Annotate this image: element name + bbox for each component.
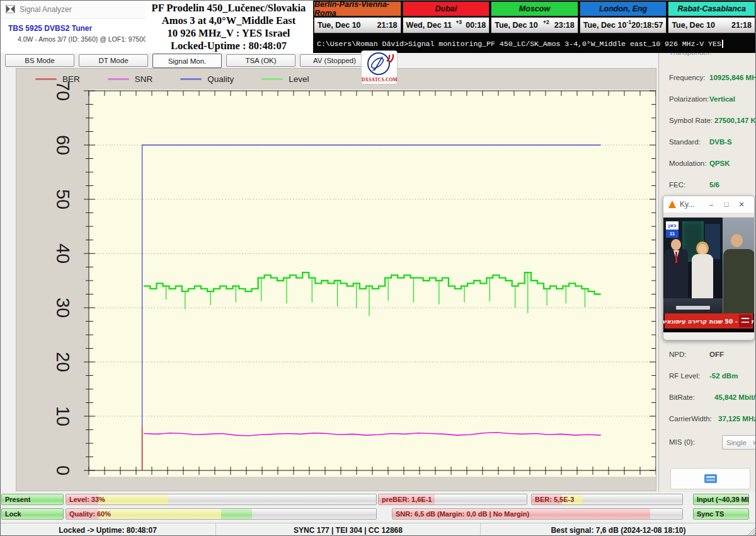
mis-dropdown[interactable]: Single ∨	[722, 435, 756, 450]
clock-city-label: Moscow	[491, 1, 578, 16]
clock-city-label: Dubai	[403, 1, 490, 16]
quality-line-swatch	[180, 78, 202, 80]
mode-tabbar: BS Mode DT Mode Signal Mon. TSA (OK) AV …	[0, 53, 658, 68]
svg-text:10: 10	[53, 406, 73, 426]
news-logo-badge	[739, 315, 752, 327]
clock-berlin: Berlin-Paris-Vienna-Roma Tue, Dec 1021:1…	[314, 1, 403, 34]
legend-item-level: Level	[261, 74, 309, 84]
clock-time: 21:18	[377, 21, 398, 30]
statusbar: Locked -> Uptime: 80:48:07 SYNC 177 | TE…	[0, 523, 756, 536]
symbolrate-label: Symbol Rate:	[669, 117, 713, 124]
freq-value: 10925,846 MHz	[709, 74, 756, 81]
meter-syncts: Sync TS	[693, 508, 749, 520]
rflevel-value: -52 dBm	[709, 372, 738, 380]
meter-present: Present	[1, 494, 64, 505]
panel-tool-button[interactable]	[670, 468, 750, 489]
clock-utc-offset: -1	[627, 19, 632, 25]
legend-item-ber: BER	[35, 74, 80, 84]
clock-city-label: Rabat-Casablanca	[668, 1, 755, 16]
meter-label: SNR: 6,5 dB (Margin: 0,0 dB | No Margin)	[396, 510, 529, 518]
tab-dt-mode[interactable]: DT Mode	[79, 54, 148, 67]
fec-label: FEC:	[669, 181, 685, 189]
header-line-1: PF Prodelin 450_Lučenec/Slovakia	[146, 2, 312, 15]
app-icon	[6, 5, 15, 13]
vlc-toolbar-gap	[663, 213, 754, 218]
vlc-video-area[interactable]: כאן 11 שלום קישל - 50 שנות קריירה עיתונא…	[663, 218, 754, 332]
polarization-label: Polarization:	[669, 95, 709, 103]
statusbar-best-signal: Best signal: 7,6 dB (2024-12-08 18:10)	[481, 523, 756, 536]
vlc-player-window: Ky... – □ ✕ כאן 11 שלום קישל - 50 שנות ק…	[663, 195, 755, 341]
clock-time: 21:18	[731, 21, 752, 30]
svg-text:50: 50	[53, 189, 73, 209]
ber-line-swatch	[35, 78, 57, 80]
clock-date: Tue, Dec 10	[318, 21, 361, 30]
meter-snr: SNR: 6,5 dB (Margin: 0,0 dB | No Margin)	[392, 508, 683, 520]
clock-city-label: Berlin-Paris-Vienna-Roma	[314, 1, 401, 16]
news-ticker-banner: שלום קישל - 50 שנות קריירה עיתונאית	[665, 313, 753, 329]
standard-label: Standard:	[669, 138, 701, 146]
fec-value: 5/6	[709, 181, 719, 189]
npd-value: OFF	[709, 351, 724, 358]
terminal-text: C:\Users\Roman Dávid>Signal monitoring_P…	[317, 40, 721, 48]
meter-lock: Lock	[1, 508, 64, 520]
maximize-button[interactable]: □	[719, 201, 734, 208]
legend-item-quality: Quality	[180, 74, 234, 84]
minimize-button[interactable]: –	[704, 201, 719, 208]
tab-bs-mode[interactable]: BS Mode	[5, 54, 74, 67]
monitoring-header: PF Prodelin 450_Lučenec/Slovakia Amos 3 …	[146, 1, 312, 52]
header-line-3: 10 926 MHz_V : YES Israel	[146, 27, 312, 40]
terminal-cursor	[722, 40, 723, 48]
meter-label: Quality: 60%	[69, 510, 111, 518]
meter-label: preBER: 1,6E-1	[382, 496, 432, 503]
polarization-value: Vertical	[709, 95, 735, 103]
signal-chart-panel: BER SNR Quality Level 010203040506070	[16, 68, 656, 491]
svg-text:20: 20	[53, 352, 73, 372]
channel-logo-number: 11	[666, 230, 679, 238]
guest-scene	[723, 218, 754, 313]
meter-label: Present	[5, 496, 30, 503]
clock-london: London, Eng Tue, Dec 10-120:18:57	[580, 1, 668, 34]
statusbar-uptime: Locked -> Uptime: 80:48:07	[0, 523, 216, 536]
chevron-down-icon: ∨	[752, 439, 756, 446]
svg-text:40: 40	[53, 243, 73, 264]
mis-label: MIS (0):	[669, 438, 695, 446]
freq-label: Frequency:	[669, 74, 706, 81]
video-letterbox	[663, 329, 754, 332]
meter-level: Level: 33%	[66, 494, 377, 505]
tuner-name: TBS 5925 DVBS2 Tuner	[8, 24, 92, 33]
dxsatcs-logo: DXSATCS.COM	[361, 50, 398, 84]
meter-preber: preBER: 1,6E-1	[378, 494, 527, 505]
world-clocks: Berlin-Paris-Vienna-Roma Tue, Dec 1021:1…	[314, 1, 755, 34]
snr-line-swatch	[108, 78, 129, 80]
clock-utc-offset: +3	[455, 19, 462, 25]
meter-label: BER: 5,5E-3	[535, 496, 574, 503]
meter-label: Lock	[5, 510, 21, 518]
terminal-command-line[interactable]: C:\Users\Roman Dávid>Signal monitoring_P…	[317, 35, 754, 52]
close-button[interactable]: ✕	[734, 201, 749, 209]
npd-label: NPD:	[669, 351, 686, 358]
header-line-4: Locked-Uptime : 80:48:07	[146, 40, 312, 52]
header-line-2: Amos 3 at 4,0°W_Middle East	[146, 15, 312, 27]
tab-av[interactable]: AV (Stopped)	[300, 54, 369, 67]
svg-text:0: 0	[53, 465, 73, 475]
clock-rabat: Rabat-Casablanca Tue, Dec 1021:18	[668, 1, 755, 34]
carrierwidth-value: 37,125 MHz	[718, 415, 756, 422]
rflevel-label: RF Level:	[669, 372, 700, 380]
tab-signal-mon[interactable]: Signal Mon.	[152, 54, 222, 68]
svg-text:30: 30	[53, 298, 73, 318]
dxsatcs-text: DXSATCS.COM	[362, 77, 397, 83]
guest-man	[723, 249, 754, 313]
meter-quality: Quality: 60%	[66, 508, 377, 520]
meter-label: Input (~40,39 Mbps)	[697, 496, 749, 503]
modulation-value: QPSK	[709, 160, 730, 167]
carrierwidth-label: CarrierWidth:	[669, 415, 712, 422]
clock-date: Tue, Dec 10	[672, 21, 715, 30]
clock-date: Tue, Dec 10	[495, 21, 538, 30]
meter-ber: BER: 5,5E-3	[531, 494, 683, 505]
vlc-titlebar[interactable]: Ky... – □ ✕	[663, 196, 754, 213]
tab-tsa[interactable]: TSA (OK)	[226, 54, 295, 67]
monitor-icon	[704, 474, 717, 483]
clock-utc-offset: +2	[543, 19, 549, 25]
legend-item-snr: SNR	[108, 74, 153, 84]
clock-city-label: London, Eng	[580, 1, 667, 16]
